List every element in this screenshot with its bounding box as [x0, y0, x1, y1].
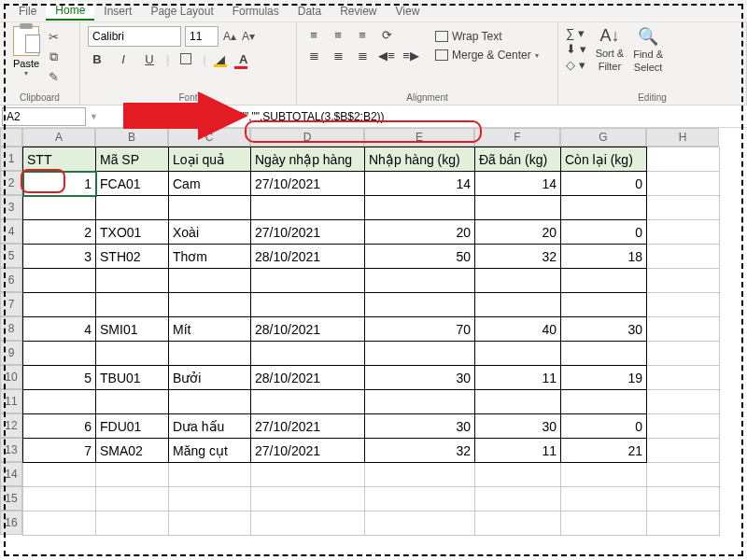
cell[interactable]: [23, 342, 96, 366]
cell[interactable]: [647, 293, 720, 317]
fill-color-button[interactable]: ◢: [214, 52, 227, 65]
cell[interactable]: 4: [23, 317, 96, 342]
autosum-icon[interactable]: ∑ ▾: [566, 26, 586, 40]
cell[interactable]: [251, 390, 365, 414]
cell[interactable]: 19: [561, 366, 647, 390]
tab-data[interactable]: Data: [289, 3, 331, 20]
align-center-icon[interactable]: ≣: [329, 47, 347, 63]
increase-font-icon[interactable]: A▴: [222, 29, 237, 44]
merge-center-button[interactable]: Merge & Center ▾: [435, 49, 539, 62]
decrease-font-icon[interactable]: A▾: [241, 29, 256, 44]
row-header-6[interactable]: 6: [0, 268, 22, 292]
cell[interactable]: [251, 293, 365, 317]
column-header-e[interactable]: E: [364, 128, 474, 147]
cell[interactable]: Ngày nhập hàng: [251, 147, 365, 172]
cell[interactable]: [475, 511, 561, 536]
cell[interactable]: Thơm: [169, 245, 251, 269]
cell[interactable]: [169, 487, 251, 511]
cell[interactable]: [561, 269, 647, 293]
cell[interactable]: [561, 390, 647, 414]
cell[interactable]: [365, 196, 475, 220]
cell[interactable]: STH02: [96, 245, 169, 269]
cell[interactable]: [96, 390, 169, 414]
tab-insert[interactable]: Insert: [94, 3, 141, 20]
cell[interactable]: Măng cụt: [169, 439, 251, 463]
cell[interactable]: [647, 342, 720, 366]
align-right-icon[interactable]: ≣: [353, 47, 372, 63]
cell[interactable]: [365, 269, 475, 293]
font-color-button[interactable]: A: [234, 50, 253, 67]
tab-formulas[interactable]: Formulas: [223, 3, 289, 20]
cell[interactable]: Còn lại (kg): [561, 147, 647, 172]
cell[interactable]: [96, 463, 169, 487]
cell[interactable]: [169, 269, 251, 293]
align-top-icon[interactable]: ≡: [304, 26, 323, 43]
cell[interactable]: 0: [561, 172, 647, 196]
cell[interactable]: 28/10/2021: [251, 245, 365, 269]
cell[interactable]: 27/10/2021: [251, 439, 365, 463]
cell[interactable]: [561, 196, 647, 220]
cell[interactable]: FCA01: [96, 172, 169, 196]
cell[interactable]: [169, 511, 251, 536]
tab-view[interactable]: View: [387, 3, 430, 20]
sort-filter-button[interactable]: A↓ Sort & Filter: [596, 26, 625, 73]
cell[interactable]: [96, 342, 169, 366]
cell[interactable]: [647, 147, 720, 172]
cell[interactable]: Xoài: [169, 220, 251, 245]
cell[interactable]: 14: [365, 172, 475, 196]
cell[interactable]: [365, 293, 475, 317]
row-header-1[interactable]: 1: [0, 147, 22, 171]
cell[interactable]: [365, 390, 475, 414]
cell[interactable]: [169, 390, 251, 414]
fill-down-icon[interactable]: ⬇ ▾: [566, 42, 586, 56]
italic-button[interactable]: I: [114, 50, 133, 67]
cell[interactable]: [23, 511, 96, 536]
cell[interactable]: [647, 317, 720, 342]
indent-increase-icon[interactable]: ≡▶: [402, 47, 420, 63]
cell[interactable]: 27/10/2021: [251, 220, 365, 245]
cell[interactable]: [96, 196, 169, 220]
cell[interactable]: FDU01: [96, 414, 169, 439]
cell[interactable]: [96, 293, 169, 317]
cell[interactable]: [251, 269, 365, 293]
row-header-15[interactable]: 15: [0, 486, 22, 511]
find-select-button[interactable]: 🔍 Find & Select: [633, 26, 663, 73]
cell[interactable]: SMA02: [96, 439, 169, 463]
tab-review[interactable]: Review: [331, 3, 386, 20]
cell[interactable]: [251, 342, 365, 366]
wrap-text-button[interactable]: Wrap Text: [435, 30, 539, 43]
cell[interactable]: [561, 463, 647, 487]
cell[interactable]: Loại quả: [169, 147, 251, 172]
copy-icon[interactable]: ⧉: [49, 49, 58, 64]
cell[interactable]: 5: [23, 366, 96, 390]
cell[interactable]: STT: [23, 147, 96, 172]
namebox-dropdown-icon[interactable]: ▼: [90, 112, 98, 121]
cell[interactable]: 30: [475, 414, 561, 439]
clear-icon[interactable]: ◇ ▾: [566, 58, 586, 72]
cell[interactable]: [561, 511, 647, 536]
cell[interactable]: [475, 342, 561, 366]
cell[interactable]: 28/10/2021: [251, 317, 365, 342]
cell[interactable]: [561, 342, 647, 366]
column-header-g[interactable]: G: [560, 128, 646, 147]
cell[interactable]: [23, 269, 96, 293]
cell[interactable]: SMI01: [96, 317, 169, 342]
align-bottom-icon[interactable]: ≡: [353, 26, 372, 43]
cell[interactable]: [647, 196, 720, 220]
cell[interactable]: [475, 293, 561, 317]
cell[interactable]: 40: [475, 317, 561, 342]
cell[interactable]: [365, 511, 475, 536]
font-name-select[interactable]: [88, 26, 181, 47]
cell[interactable]: [475, 487, 561, 511]
cell[interactable]: 20: [365, 220, 475, 245]
cell[interactable]: 27/10/2021: [251, 414, 365, 439]
cell[interactable]: 20: [475, 220, 561, 245]
data-grid[interactable]: STTMã SPLoại quảNgày nhập hàngNhập hàng …: [22, 147, 720, 536]
cell[interactable]: [647, 269, 720, 293]
cell[interactable]: Mít: [169, 317, 251, 342]
cell[interactable]: 14: [475, 172, 561, 196]
row-header-9[interactable]: 9: [0, 341, 22, 365]
cell[interactable]: [96, 487, 169, 511]
cell[interactable]: 21: [561, 439, 647, 463]
cell[interactable]: [169, 293, 251, 317]
